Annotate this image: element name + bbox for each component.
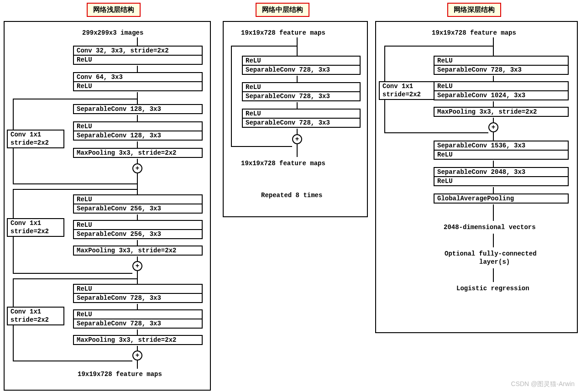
m-r3: ReLU SeparableConv 728, 3x3 xyxy=(242,109,361,128)
op: ReLU xyxy=(74,195,202,204)
middle-note: Repeated 8 times xyxy=(261,192,322,199)
m-r1: ReLU SeparableConv 728, 3x3 xyxy=(242,56,361,75)
add-icon: + xyxy=(132,261,142,271)
op: Conv 64, 3x3 xyxy=(74,73,202,82)
line xyxy=(137,360,138,369)
exit-lr: Logistic regression xyxy=(456,285,529,292)
line xyxy=(13,183,132,184)
e-r1: ReLU SeparableConv 728, 3x3 xyxy=(434,56,569,75)
e-s2: SeparableConv 2048, 3x3 ReLU xyxy=(434,167,569,186)
line xyxy=(137,92,138,104)
exit-title: 网络深层结构 xyxy=(447,3,501,17)
line xyxy=(137,115,138,121)
op: SeparableConv 128, 3x3 xyxy=(74,105,202,113)
op: SeparableConv 1536, 3x3 xyxy=(434,141,568,151)
entry-out: 19x19x728 feature maps xyxy=(78,371,162,378)
line xyxy=(13,278,137,279)
add-icon: + xyxy=(488,122,498,132)
op: SeparableConv 256, 3x3 xyxy=(74,204,202,213)
line xyxy=(137,240,138,246)
op: ReLU xyxy=(434,151,568,159)
line xyxy=(13,189,137,190)
op: SeparableConv 728, 3x3 xyxy=(243,92,360,100)
middle-title: 网络中层结构 xyxy=(256,3,309,17)
side-conv: Conv 1x1 stride=2x2 xyxy=(7,307,64,325)
b3-r3: MaxPooling 3x3, stride=2x2 xyxy=(73,335,203,345)
line xyxy=(132,183,137,184)
side-conv: Conv 1x1 stride=2x2 xyxy=(7,130,64,148)
op: stride=2x2 xyxy=(382,91,433,99)
m-r2: ReLU SeparableConv 728, 3x3 xyxy=(242,82,361,101)
add-icon: + xyxy=(132,350,142,361)
e-r2: ReLU SeparableConv 1024, 3x3 xyxy=(434,81,569,100)
b2-r2: ReLU SeparableConv 256, 3x3 xyxy=(73,220,203,239)
side-conv: Conv 1x1 stride=2x2 xyxy=(379,81,436,100)
line xyxy=(493,101,494,107)
op: SeparableConv 256, 3x3 xyxy=(74,230,202,238)
op: MaxPooling 3x3, stride=2x2 xyxy=(434,108,568,116)
line xyxy=(13,278,14,307)
op: SeparableConv 728, 3x3 xyxy=(243,119,360,127)
b1-r2: ReLU SeparableConv 128, 3x3 xyxy=(73,121,203,141)
op: Conv 1x1 xyxy=(10,308,61,316)
op: ReLU xyxy=(243,83,360,92)
exit-vec: 2048-dimensional vectors xyxy=(444,224,536,231)
op: SeparableConv 1024, 3x3 xyxy=(434,91,568,99)
line xyxy=(297,102,298,109)
add-icon: + xyxy=(292,134,302,144)
line xyxy=(13,325,14,361)
line xyxy=(13,99,14,130)
entry-input: 299x299x3 images xyxy=(82,29,143,37)
entry-title: 网络浅层结构 xyxy=(87,3,141,17)
op: ReLU xyxy=(74,221,202,230)
e-s1: SeparableConv 1536, 3x3 ReLU xyxy=(434,141,569,160)
op: GlobalAveragePooling xyxy=(434,194,568,203)
op: SeparableConv 728, 3x3 xyxy=(243,66,360,74)
line xyxy=(137,172,138,194)
side-conv: Conv 1x1 stride=2x2 xyxy=(7,218,64,237)
conv1: Conv 32, 3x3, stride=2x2 ReLU xyxy=(73,46,203,65)
op: ReLU xyxy=(434,57,568,66)
op: Conv 1x1 xyxy=(10,131,61,139)
op: MaxPooling 3x3, stride=2x2 xyxy=(74,246,202,255)
line xyxy=(493,234,494,247)
exit-fc2: layer(s) xyxy=(479,258,510,266)
b2-r1: ReLU SeparableConv 256, 3x3 xyxy=(73,194,203,214)
op: SeparableConv 128, 3x3 xyxy=(74,131,202,140)
op: ReLU xyxy=(434,82,568,91)
exit-in: 19x19x728 feature maps xyxy=(432,29,516,37)
op: Conv 1x1 xyxy=(10,220,61,228)
exit-fc1: Optional fully-connected xyxy=(445,250,537,257)
add-icon: + xyxy=(132,163,142,173)
watermark: CSDN @图灵猫-Arwin xyxy=(511,380,575,388)
op: Conv 32, 3x3, stride=2x2 xyxy=(74,47,202,56)
op: SeparableConv 728, 3x3 xyxy=(74,319,202,328)
line xyxy=(384,46,385,81)
e-gap: GlobalAveragePooling xyxy=(434,193,569,204)
middle-out: 19x19x728 feature maps xyxy=(241,160,325,167)
op: stride=2x2 xyxy=(10,316,61,324)
op: ReLU xyxy=(74,310,202,319)
line xyxy=(297,76,298,82)
op: SeparableConv 728, 3x3 xyxy=(74,294,202,302)
op: MaxPooling 3x3, stride=2x2 xyxy=(74,149,202,157)
op: SeparableConv 2048, 3x3 xyxy=(434,168,568,177)
line xyxy=(137,66,138,72)
line xyxy=(231,146,292,147)
line xyxy=(13,273,132,274)
op: Conv 1x1 xyxy=(382,83,433,91)
conv2: Conv 64, 3x3 ReLU xyxy=(73,72,203,91)
op: ReLU xyxy=(74,82,202,90)
op: SeparableConv 728, 3x3 xyxy=(434,66,568,74)
op: MaxPooling 3x3, stride=2x2 xyxy=(74,336,202,344)
op: stride=2x2 xyxy=(10,228,61,236)
b3-r2: ReLU SeparableConv 728, 3x3 xyxy=(73,309,203,329)
line xyxy=(493,37,494,56)
op: ReLU xyxy=(74,285,202,294)
line xyxy=(493,161,494,167)
line xyxy=(493,204,494,221)
line xyxy=(231,46,297,47)
line xyxy=(137,304,138,309)
line xyxy=(137,141,138,148)
line xyxy=(493,268,494,282)
